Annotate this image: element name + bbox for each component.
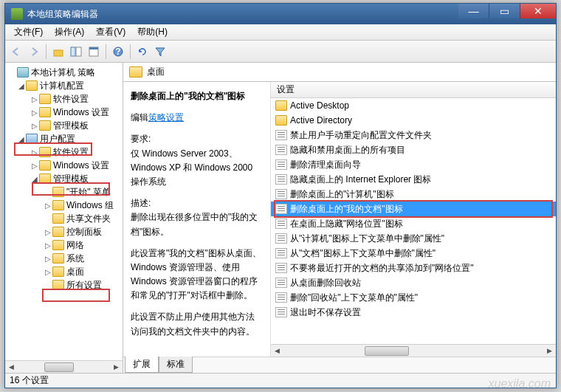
- list-item[interactable]: 在桌面上隐藏"网络位置"图标: [271, 216, 556, 231]
- show-hide-tree-button[interactable]: [68, 44, 84, 60]
- list-scroll-left[interactable]: ◀: [271, 345, 283, 357]
- app-window: 本地组策略编辑器 — ▭ ✕ 文件(F) 操作(A) 查看(V) 帮助(H) ?…: [4, 3, 557, 388]
- list-item-label: Active Directory: [290, 115, 352, 125]
- setting-icon: [275, 189, 287, 199]
- up-button[interactable]: [50, 44, 66, 60]
- list-item-label: 禁止用户手动重定向配置文件文件夹: [290, 129, 432, 142]
- list-item[interactable]: 隐藏桌面上的 Internet Explorer 图标: [271, 172, 556, 187]
- setting-icon: [275, 263, 287, 273]
- tree-system[interactable]: ▷系统: [5, 252, 123, 265]
- refresh-button[interactable]: [134, 44, 151, 60]
- setting-icon: [275, 174, 287, 185]
- setting-icon: [275, 130, 287, 140]
- tree-c-admin[interactable]: ▷管理模板: [5, 119, 123, 132]
- tab-standard[interactable]: 标准: [159, 357, 193, 373]
- filter-button[interactable]: [152, 44, 168, 60]
- folder-icon: [275, 100, 287, 111]
- tree-u-software[interactable]: ▷软件设置: [5, 145, 123, 159]
- tab-extended[interactable]: 扩展: [125, 357, 159, 373]
- setting-icon: [275, 248, 287, 258]
- help-button[interactable]: ?: [110, 44, 126, 60]
- list-header[interactable]: 设置: [271, 82, 556, 98]
- list-item-label: Active Desktop: [290, 100, 349, 111]
- svg-text:?: ?: [115, 47, 120, 57]
- list-item-label: 删除"回收站"上下文菜单的"属性": [290, 292, 418, 304]
- tree-u-admin[interactable]: ◢管理模板: [5, 172, 123, 185]
- description-pane: 删除桌面上的"我的文档"图标 编辑策略设置 要求:仅 Windows Serve…: [123, 82, 271, 357]
- tree-desktop[interactable]: ▷桌面: [5, 265, 123, 278]
- list-item[interactable]: 删除桌面上的"计算机"图标: [271, 187, 556, 202]
- tree-control-panel[interactable]: ▷控制面板: [5, 225, 123, 238]
- setting-icon: [275, 307, 287, 317]
- tree-c-windows[interactable]: ▷Windows 设置: [5, 106, 123, 119]
- view-tabs: 扩展 标准: [123, 357, 556, 373]
- svg-rect-0: [54, 50, 63, 56]
- tree-network[interactable]: ▷网络: [5, 238, 123, 252]
- tree-scroll-right[interactable]: ▶: [110, 362, 123, 373]
- setting-icon: [275, 233, 287, 244]
- minimize-button[interactable]: —: [458, 4, 489, 18]
- setting-icon: [275, 292, 287, 303]
- tree-all-settings[interactable]: 所有设置: [5, 278, 123, 292]
- list-item-label: 隐藏和禁用桌面上的所有项目: [290, 144, 405, 157]
- tree-start-menu[interactable]: "开始" 菜单: [5, 185, 123, 199]
- tree-shared-folders[interactable]: 共享文件夹: [5, 212, 123, 225]
- list-item[interactable]: 删除桌面上的"我的文档"图标: [271, 202, 556, 216]
- svg-rect-2: [76, 47, 81, 56]
- tree-user-config[interactable]: ◢用户配置: [5, 132, 123, 145]
- tree-c-software[interactable]: ▷软件设置: [5, 92, 123, 106]
- list-scroll-right[interactable]: ▶: [543, 345, 556, 357]
- list-item-label: 删除桌面上的"计算机"图标: [290, 188, 394, 201]
- menu-help[interactable]: 帮助(H): [131, 26, 173, 38]
- properties-button[interactable]: [86, 44, 102, 60]
- forward-button[interactable]: [26, 44, 42, 60]
- tree-windows-components[interactable]: ▷Windows 组: [5, 199, 123, 212]
- tree-u-windows[interactable]: ▷Windows 设置: [5, 159, 123, 172]
- list-item[interactable]: 删除清理桌面向导: [271, 157, 556, 172]
- menu-action[interactable]: 操作(A): [49, 26, 90, 38]
- tree-scroll-left[interactable]: ◀: [5, 362, 18, 373]
- status-bar: 16 个设置: [5, 373, 556, 388]
- list-scroll-thumb[interactable]: [365, 346, 409, 356]
- close-button[interactable]: ✕: [520, 4, 556, 18]
- maximize-button[interactable]: ▭: [489, 4, 520, 18]
- list-item[interactable]: Active Directory: [271, 113, 556, 128]
- list-item-label: 从"文档"图标上下文菜单中删除"属性": [290, 247, 436, 260]
- breadcrumb-label: 桌面: [147, 66, 165, 78]
- svg-rect-1: [71, 47, 75, 56]
- setting-icon: [275, 278, 287, 288]
- list-item[interactable]: 不要将最近打开的文档的共享添加到"网络位置": [271, 261, 556, 275]
- list-item-label: 隐藏桌面上的 Internet Explorer 图标: [290, 173, 431, 186]
- app-icon: [11, 8, 23, 20]
- status-text: 16 个设置: [10, 374, 49, 387]
- window-title: 本地组策略编辑器: [27, 8, 458, 21]
- menu-file[interactable]: 文件(F): [8, 26, 49, 38]
- menu-view[interactable]: 查看(V): [90, 26, 131, 38]
- tree-scroll-thumb[interactable]: [44, 362, 74, 372]
- tree-root[interactable]: 本地计算机 策略: [5, 66, 123, 79]
- list-item-label: 退出时不保存设置: [290, 306, 361, 319]
- breadcrumb: 桌面: [123, 63, 556, 82]
- setting-icon: [275, 219, 287, 229]
- settings-list: 设置 Active DesktopActive Directory禁止用户手动重…: [271, 82, 556, 357]
- list-item[interactable]: 禁止用户手动重定向配置文件文件夹: [271, 128, 556, 142]
- list-item[interactable]: 从"文档"图标上下文菜单中删除"属性": [271, 246, 556, 261]
- back-button[interactable]: [8, 44, 24, 60]
- folder-icon: [275, 115, 287, 125]
- list-item[interactable]: 隐藏和禁用桌面上的所有项目: [271, 142, 556, 157]
- edit-policy-link[interactable]: 策略设置: [148, 112, 184, 123]
- folder-icon: [129, 66, 142, 78]
- setting-icon: [275, 159, 287, 170]
- list-item-label: 从"计算机"图标上下文菜单中删除"属性": [290, 233, 444, 245]
- menubar: 文件(F) 操作(A) 查看(V) 帮助(H): [5, 24, 556, 41]
- titlebar[interactable]: 本地组策略编辑器 — ▭ ✕: [5, 4, 556, 24]
- list-item[interactable]: 从"计算机"图标上下文菜单中删除"属性": [271, 231, 556, 246]
- list-item[interactable]: Active Desktop: [271, 98, 556, 113]
- tree-computer-config[interactable]: ◢计算机配置: [5, 79, 123, 92]
- svg-rect-4: [89, 47, 98, 49]
- list-item-label: 不要将最近打开的文档的共享添加到"网络位置": [290, 262, 474, 275]
- list-item[interactable]: 删除"回收站"上下文菜单的"属性": [271, 290, 556, 305]
- list-item[interactable]: 退出时不保存设置: [271, 305, 556, 320]
- list-item[interactable]: 从桌面删除回收站: [271, 275, 556, 290]
- setting-heading: 删除桌面上的"我的文档"图标: [131, 89, 263, 103]
